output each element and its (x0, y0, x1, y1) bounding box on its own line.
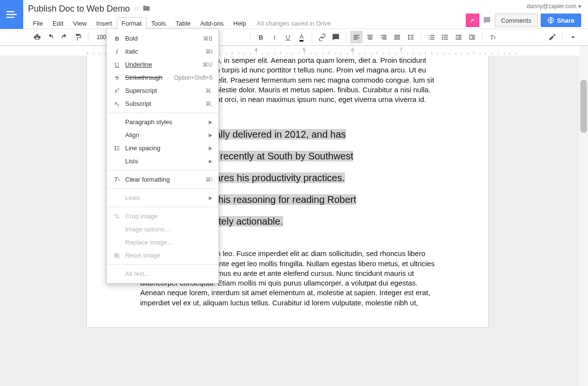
crop-icon (112, 213, 122, 220)
menu-insert[interactable]: Insert (91, 17, 117, 29)
bulleted-list-icon[interactable] (439, 31, 451, 43)
B-icon: B (112, 35, 122, 43)
link-icon[interactable] (316, 31, 329, 43)
menu-table[interactable]: Table (171, 17, 195, 29)
format-menu-superscript[interactable]: x2Superscript⌘. (107, 84, 218, 97)
ruler-number: 5 (303, 47, 306, 53)
menu-bar: File Edit View Insert Format Tools Table… (28, 16, 461, 30)
shortcut-label: ⌘\ (205, 176, 213, 183)
print-icon[interactable] (31, 31, 43, 43)
submenu-arrow-icon: ▶ (209, 195, 213, 200)
redo-icon[interactable] (58, 31, 71, 43)
Tx-icon: Tx (112, 176, 122, 183)
outdent-icon[interactable] (452, 31, 465, 43)
format-menu-replace-image-: Replace image... (107, 236, 218, 249)
menu-item-label: Line spacing (122, 144, 209, 152)
header-bar: Publish Doc to Web Demo ☆ File Edit View… (0, 0, 588, 29)
ruler-number: 6 (351, 47, 354, 53)
undo-icon[interactable] (44, 31, 57, 43)
format-menu-clear-formatting[interactable]: TxClear formatting⌘\ (107, 173, 218, 186)
format-menu-align[interactable]: Align▶ (107, 129, 218, 142)
align-right-icon[interactable] (377, 31, 390, 43)
chat-icon[interactable] (482, 15, 492, 25)
document-canvas: endisse vel rhoncus nibh, in semper elit… (0, 56, 579, 386)
ruler-number: 7 (400, 47, 402, 53)
format-menu-paragraph-styles[interactable]: Paragraph styles▶ (107, 115, 218, 129)
I-icon: I (112, 48, 122, 56)
underline-icon[interactable]: U (282, 31, 294, 43)
format-menu-subscript[interactable]: x2Subscript⌘, (107, 97, 218, 110)
docs-logo-icon (5, 8, 18, 21)
bold-icon[interactable]: B (255, 31, 267, 43)
shortcut-label: ⌘I (205, 48, 213, 55)
menu-item-label: Underline (122, 61, 202, 68)
globe-icon (547, 17, 554, 24)
comments-button[interactable]: Comments (495, 14, 538, 27)
toolbar: 100% B I U A (0, 29, 588, 46)
format-menu-image-options-: Image options... (107, 223, 218, 236)
align-left-icon[interactable] (350, 31, 363, 43)
align-center-icon[interactable] (364, 31, 376, 43)
format-menu-italic[interactable]: IItalic⌘I (107, 45, 218, 58)
doc-title[interactable]: Publish Doc to Web Demo (28, 4, 130, 14)
italic-icon[interactable]: I (268, 31, 281, 43)
chevron-down-icon: ▾ (578, 3, 581, 10)
format-menu-dropdown: BBold⌘BIItalic⌘IUUnderline⌘USStrikethrou… (106, 29, 219, 284)
format-menu-lines: Lines▶ (107, 191, 218, 204)
star-icon[interactable]: ☆ (133, 4, 140, 13)
share-button[interactable]: Share (541, 14, 581, 27)
svg-point-1 (442, 35, 443, 36)
paint-format-icon[interactable] (72, 31, 84, 43)
U-icon: U (112, 61, 122, 69)
zapier-icon[interactable] (466, 14, 479, 27)
vertical-scrollbar[interactable] (579, 46, 588, 386)
ruler[interactable]: 1234567 (0, 46, 588, 56)
submenu-arrow-icon: ▶ (209, 119, 213, 125)
indent-icon[interactable] (466, 31, 478, 43)
menu-tools[interactable]: Tools (146, 17, 171, 29)
docs-logo[interactable] (0, 0, 23, 29)
menu-format[interactable]: Format (117, 17, 146, 29)
menu-edit[interactable]: Edit (48, 17, 68, 29)
line-spacing-icon[interactable] (404, 31, 417, 43)
menu-view[interactable]: View (68, 17, 91, 29)
chevron-up-icon[interactable] (567, 31, 579, 43)
account-email[interactable]: danny@zapier.com ▾ (527, 3, 581, 10)
submenu-arrow-icon: ▶ (209, 158, 213, 164)
numbered-list-icon[interactable] (425, 31, 438, 43)
menu-item-label: Italic (122, 48, 205, 55)
svg-point-3 (442, 39, 443, 40)
format-menu-lists[interactable]: Lists▶ (107, 155, 218, 168)
x₂-icon: x2 (112, 100, 122, 107)
menu-item-label: Subscript (122, 100, 205, 107)
menu-item-label: Image options... (122, 226, 213, 233)
comment-icon[interactable] (330, 31, 342, 43)
format-menu-reset-image: Reset image (107, 249, 218, 262)
menu-addons[interactable]: Add-ons (195, 17, 228, 29)
submenu-arrow-icon: ▶ (209, 132, 213, 138)
scrollbar-thumb[interactable] (580, 80, 587, 133)
shortcut-label: ⌘. (205, 87, 213, 94)
align-justify-icon[interactable] (391, 31, 403, 43)
menu-item-label: Superscript (122, 87, 205, 94)
ruler-number: 4 (255, 47, 258, 53)
text-color-icon[interactable]: A (295, 31, 308, 43)
format-menu-alt-text-: Alt text... (107, 267, 218, 280)
shortcut-label: ⌘B (203, 35, 213, 42)
reset-icon (112, 252, 122, 259)
menu-item-label: Reset image (122, 252, 213, 259)
clear-format-icon[interactable]: Tx (487, 31, 499, 43)
edit-mode-icon[interactable] (546, 31, 559, 43)
format-menu-underline[interactable]: UUnderline⌘U (107, 58, 218, 71)
format-menu-crop-image: Crop image (107, 210, 218, 223)
menu-help[interactable]: Help (229, 17, 251, 29)
menu-item-label: Replace image... (122, 239, 213, 246)
format-menu-strikethrough[interactable]: SStrikethroughOption+Shift+5 (107, 71, 218, 84)
format-menu-bold[interactable]: BBold⌘B (107, 32, 218, 45)
menu-item-label: Align (122, 131, 209, 139)
format-menu-line-spacing[interactable]: Line spacing▶ (107, 142, 218, 155)
folder-icon[interactable] (143, 4, 150, 14)
submenu-arrow-icon: ▶ (209, 145, 213, 151)
menu-file[interactable]: File (28, 17, 48, 29)
menu-item-label: Bold (122, 35, 203, 42)
